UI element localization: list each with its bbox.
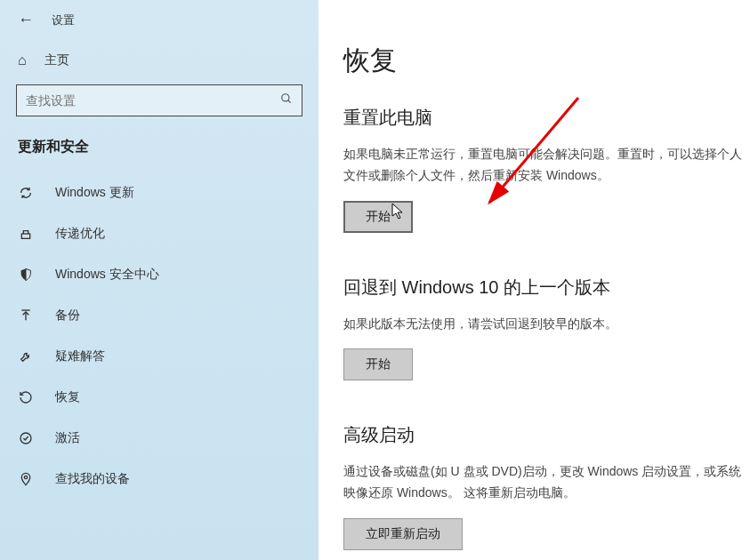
section-rollback: 回退到 Windows 10 的上一个版本 如果此版本无法使用，请尝试回退到较早… — [343, 276, 750, 381]
back-icon[interactable]: ← — [18, 11, 34, 29]
sidebar-item-delivery[interactable]: 传递优化 — [0, 213, 319, 254]
backup-icon — [18, 308, 34, 323]
search-input[interactable] — [16, 84, 302, 116]
sidebar-item-label: 恢复 — [55, 389, 80, 405]
home-label: 主页 — [44, 52, 69, 68]
sidebar-item-label: 传递优化 — [55, 226, 105, 242]
page-title: 恢复 — [343, 43, 750, 79]
app-title: 设置 — [52, 12, 75, 28]
sidebar-item-label: Windows 更新 — [55, 185, 134, 201]
sidebar-item-security[interactable]: Windows 安全中心 — [0, 254, 319, 295]
section-rollback-title: 回退到 Windows 10 的上一个版本 — [343, 276, 750, 300]
section-reset: 重置此电脑 如果电脑未正常运行，重置电脑可能会解决问题。重置时，可以选择个人文件… — [343, 106, 750, 233]
sidebar-item-windows-update[interactable]: Windows 更新 — [0, 172, 319, 213]
svg-line-1 — [288, 100, 291, 103]
sidebar-item-label: 备份 — [55, 308, 80, 324]
svg-rect-2 — [21, 234, 29, 238]
restart-now-button[interactable]: 立即重新启动 — [343, 518, 463, 550]
section-advanced-desc: 通过设备或磁盘(如 U 盘或 DVD)启动，更改 Windows 启动设置，或系… — [343, 461, 750, 504]
section-reset-desc: 如果电脑未正常运行，重置电脑可能会解决问题。重置时，可以选择个人文件或删除个人文… — [343, 144, 750, 187]
section-rollback-desc: 如果此版本无法使用，请尝试回退到较早的版本。 — [343, 314, 750, 335]
sidebar-item-activation[interactable]: 激活 — [0, 418, 319, 459]
location-icon — [18, 472, 34, 486]
search-icon — [280, 92, 293, 108]
main-content: 恢复 重置此电脑 如果电脑未正常运行，重置电脑可能会解决问题。重置时，可以选择个… — [319, 0, 750, 560]
sync-icon — [18, 186, 34, 200]
sidebar-item-troubleshoot[interactable]: 疑难解答 — [0, 336, 319, 377]
sidebar-item-find-device[interactable]: 查找我的设备 — [0, 459, 319, 500]
sidebar-item-backup[interactable]: 备份 — [0, 295, 319, 336]
shield-icon — [18, 268, 34, 282]
svg-point-5 — [20, 433, 31, 444]
recovery-icon — [18, 390, 34, 404]
sidebar-item-label: Windows 安全中心 — [55, 267, 159, 283]
section-advanced-title: 高级启动 — [343, 423, 750, 447]
category-title: 更新和安全 — [0, 138, 319, 172]
svg-point-0 — [282, 94, 289, 101]
sidebar-item-label: 查找我的设备 — [55, 471, 130, 487]
section-reset-title: 重置此电脑 — [343, 106, 750, 130]
sidebar: ← 设置 ⌂ 主页 更新和安全 Windows 更新 传递优化 — [0, 0, 319, 560]
activation-icon — [18, 431, 34, 445]
search-field[interactable] — [26, 93, 280, 108]
section-advanced: 高级启动 通过设备或磁盘(如 U 盘或 DVD)启动，更改 Windows 启动… — [343, 423, 750, 550]
delivery-icon — [18, 227, 34, 241]
wrench-icon — [18, 349, 34, 364]
sidebar-item-label: 疑难解答 — [55, 348, 105, 364]
reset-start-button[interactable]: 开始 — [343, 201, 413, 233]
header-row: ← 设置 — [0, 7, 319, 44]
sidebar-item-recovery[interactable]: 恢复 — [0, 377, 319, 418]
home-row[interactable]: ⌂ 主页 — [0, 44, 319, 84]
home-icon: ⌂ — [18, 52, 27, 68]
rollback-start-button[interactable]: 开始 — [343, 348, 413, 380]
sidebar-item-label: 激活 — [55, 430, 80, 446]
svg-point-6 — [24, 476, 27, 478]
